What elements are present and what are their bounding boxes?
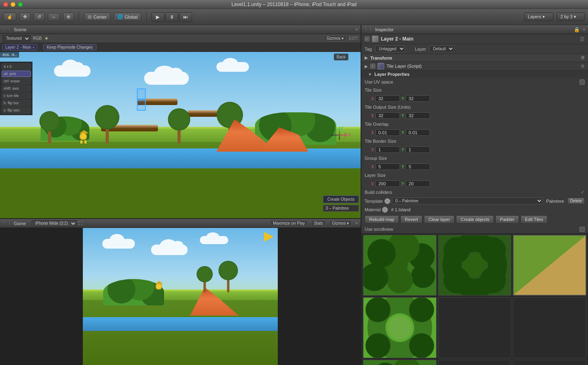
scrollview-checkbox[interactable] <box>579 227 585 232</box>
tile-layer-menu-btn[interactable]: ⚙ <box>581 64 585 69</box>
tile-dark-ring[interactable] <box>438 235 512 296</box>
close-button[interactable] <box>3 2 8 7</box>
tile-empty-3[interactable] <box>438 360 512 365</box>
group-size-x-field[interactable]: 5 <box>376 163 400 170</box>
template-select-icon[interactable]: ◯ <box>385 198 390 204</box>
inspector-content: Layer 2 - Main ☰ Tag Untagged Layer Defa… <box>361 34 588 365</box>
scale-tool[interactable]: ↔ <box>48 13 60 21</box>
move-tool[interactable]: ✥ <box>19 13 30 21</box>
template-name-label: Palmtree <box>545 199 566 204</box>
layout-dropdown[interactable]: 2 by 3 ▾ <box>557 13 585 21</box>
tile-empty-1[interactable] <box>438 297 512 358</box>
scene-canvas[interactable]: Y X Back -816, -6... 4 x 5 alt: pick ctr… <box>0 52 361 218</box>
layer-dropdown[interactable]: Default <box>429 45 454 52</box>
center-button[interactable]: ◎ Center <box>84 13 110 21</box>
game-close-btn[interactable]: × <box>355 221 358 226</box>
display-dropdown[interactable]: Textured <box>2 35 30 42</box>
tile-sandy-corner[interactable] <box>513 235 586 296</box>
inspector-close-btn[interactable]: × <box>582 27 586 32</box>
rect-tool[interactable]: ⊕ <box>63 13 74 21</box>
transform-header[interactable]: ▶ Transform ⚙ <box>361 54 588 62</box>
delete-btn[interactable]: Delete <box>567 198 585 204</box>
ctrl-erase-tool[interactable]: ctrl: erase <box>2 78 31 84</box>
object-menu-btn[interactable]: ☰ <box>580 36 585 42</box>
padder-btn[interactable]: Padder <box>495 215 519 223</box>
maximize-icon: ⛶ <box>78 221 82 225</box>
inspector-tab[interactable]: Inspector <box>375 27 393 32</box>
tile-layer-active-checkbox[interactable] <box>370 64 375 69</box>
rotate-tool[interactable]: ↺ <box>34 13 45 21</box>
global-button[interactable]: 🌐 Global <box>114 13 141 21</box>
use-scrollview-row: Use scrollview <box>361 225 588 233</box>
tile-overlap-x-field[interactable]: 0.01 <box>376 129 400 136</box>
group-size-label: Group Size <box>365 156 387 161</box>
tile-output-xy-row: X 32 Y 32 <box>361 111 588 120</box>
tab-close-icon[interactable]: × <box>32 45 35 49</box>
layer-props-arrow-icon: ▼ <box>368 72 372 77</box>
maximize-button[interactable] <box>18 2 23 7</box>
shift-axis-tool[interactable]: shift: axis <box>2 85 31 92</box>
group-size-y-field[interactable]: 5 <box>406 163 430 170</box>
create-objects-action-btn[interactable]: Create objects <box>456 215 494 223</box>
tile-empty-4[interactable] <box>513 360 586 365</box>
play-button[interactable]: ▶ <box>151 12 164 22</box>
tile-palette <box>361 233 588 365</box>
create-objects-btn[interactable]: Create Objects <box>323 195 359 203</box>
v-flip-tool[interactable]: v: flip vert. <box>2 107 31 114</box>
pause-button[interactable]: ⏸ <box>165 12 178 22</box>
tile-output-y-field[interactable]: 32 <box>406 112 430 119</box>
main-layout: ⋮⋮ Scene × Textured RGB ☀ <box>0 25 588 365</box>
layer-size-x-field[interactable]: 200 <box>376 180 400 187</box>
minimize-button[interactable] <box>11 2 15 7</box>
layers-dropdown[interactable]: Layers ▾ <box>524 13 553 21</box>
stats-btn[interactable]: Stats <box>311 220 326 226</box>
back-btn[interactable]: Back <box>334 54 348 60</box>
tile-green-ring-2[interactable] <box>363 297 437 358</box>
game-tab[interactable]: Game <box>14 221 26 226</box>
scene-tab[interactable]: Scene <box>14 27 26 32</box>
use-scrollview-checkbox-area[interactable] <box>579 227 585 232</box>
game-cloud-2 <box>151 245 188 255</box>
tile-overlap-y-field[interactable]: 0.01 <box>406 129 430 136</box>
template-dropdown[interactable]: 0 – Palmtree <box>392 198 543 204</box>
step-button[interactable]: ⏭ <box>179 12 192 22</box>
tile-size-x-field[interactable]: 32 <box>376 95 400 102</box>
t-turn-tool[interactable]: t: turn tile <box>2 92 31 99</box>
h-flip-tool[interactable]: h: flip hor. <box>2 100 31 106</box>
selected-object-2 <box>137 99 146 111</box>
material-select-icon[interactable]: ◯ <box>382 207 388 213</box>
rebuild-map-btn[interactable]: Rebuild map <box>365 215 399 223</box>
build-colliders-checkmark[interactable]: ✓ <box>581 189 585 195</box>
layer-props-header[interactable]: ▼ Layer Properties <box>361 71 588 78</box>
keep-playmode-btn[interactable]: Keep Playmode Changes <box>43 44 96 50</box>
layer-size-y-field[interactable]: 20 <box>406 180 430 187</box>
game-gizmos-btn[interactable]: Gizmos ▾ <box>329 220 352 226</box>
character-1 <box>79 130 87 142</box>
revert-btn[interactable]: Revert <box>400 215 422 223</box>
scene-move-widget[interactable]: Y X <box>331 127 348 143</box>
hand-tool[interactable]: ☝ <box>3 13 16 21</box>
lock-icon[interactable]: 🔒 <box>574 27 580 32</box>
screen-size-dropdown[interactable]: iPhone Wide (3:2) <box>32 220 77 227</box>
tile-large-green-bush[interactable] <box>363 360 437 365</box>
tag-dropdown[interactable]: Untagged <box>375 45 405 52</box>
uv-check[interactable] <box>579 79 585 85</box>
edit-tiles-btn[interactable]: Edit Tiles <box>521 215 548 223</box>
clear-layer-btn[interactable]: Clear layer <box>424 215 454 223</box>
maximize-on-play-btn[interactable]: Maximize on Play <box>270 220 307 226</box>
tile-size-y-field[interactable]: 32 <box>406 95 430 102</box>
sunlight-icon: ☀ <box>44 36 49 41</box>
tile-empty-2[interactable] <box>513 297 586 358</box>
tile-border-x-field[interactable]: 1 <box>376 146 400 153</box>
tile-green-bush[interactable] <box>363 235 437 296</box>
alt-pick-tool[interactable]: alt: pick <box>2 71 31 77</box>
use-uv-checkbox[interactable] <box>579 79 585 85</box>
gizmos-button[interactable]: Gizmos ▾ <box>324 35 346 41</box>
back-button[interactable]: Back <box>334 54 348 60</box>
cutscene-tab[interactable]: Layer 2 - Main × <box>2 44 37 50</box>
transform-menu-btn[interactable]: ⚙ <box>581 55 585 60</box>
tile-border-y-field[interactable]: 1 <box>406 146 430 153</box>
object-active-checkbox[interactable] <box>365 36 370 41</box>
scene-close-btn[interactable]: × <box>355 27 358 32</box>
tile-output-x-field[interactable]: 32 <box>376 112 400 119</box>
